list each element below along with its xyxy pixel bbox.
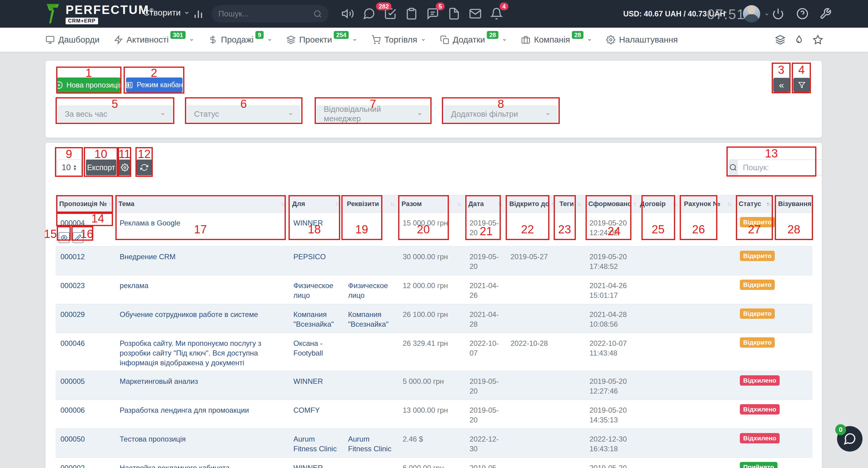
avatar[interactable] (743, 5, 760, 23)
recipient-link[interactable]: PEPSICO (293, 253, 326, 261)
theme-link[interactable]: Обучение сотрудников работе в системе (120, 310, 258, 319)
theme-link[interactable]: Настройка рекламного кабинета. (120, 464, 232, 468)
volume-icon[interactable] (341, 7, 354, 20)
nav-item-trade[interactable]: Торгівля (371, 35, 426, 45)
comments-icon[interactable]: 5 (426, 7, 439, 20)
theme-link[interactable]: Внедрение CRM (120, 253, 176, 261)
nav-item-settings[interactable]: Налаштування (606, 35, 678, 45)
flame-icon[interactable] (794, 35, 804, 45)
recipient-link[interactable]: WINNER (293, 464, 323, 468)
star-icon[interactable] (813, 35, 823, 45)
requisites-link[interactable]: Компания "Всезнайка" (348, 310, 389, 328)
recipient-link[interactable]: WINNER (293, 219, 323, 227)
stack-icon[interactable] (775, 35, 785, 45)
chat-widget[interactable]: 0 (837, 426, 863, 451)
proposal-number-link[interactable]: 000050 (60, 435, 85, 443)
tasks-badge: 282 (376, 2, 392, 10)
manager-filter-select[interactable]: Відповідальний менеджер (317, 106, 429, 122)
recipient-link[interactable]: WINNER (293, 377, 323, 385)
theme-link[interactable]: Маркетинговый анализ (120, 377, 198, 385)
recipient-link[interactable]: Физическое лицо (293, 282, 333, 299)
nav-item-activities[interactable]: Активності 301 (114, 35, 194, 45)
column-header-3[interactable]: Для↑↓ (288, 196, 343, 212)
column-header-11[interactable]: Рахунок №↑↓ (680, 196, 735, 212)
gear-icon (606, 35, 615, 45)
view-proposal-button[interactable] (59, 232, 69, 243)
notifications-bell-icon[interactable]: 4 (490, 7, 503, 20)
proposal-number-link[interactable]: 000006 (60, 406, 85, 414)
table-settings-button[interactable] (119, 159, 131, 175)
nav-item-company[interactable]: Компанія 28 (521, 35, 592, 45)
mail-icon[interactable] (469, 7, 482, 20)
chevron-down-icon (587, 37, 592, 42)
tasks-icon[interactable]: 282 (384, 7, 397, 20)
chat-badge: 0 (835, 424, 846, 435)
refresh-icon (140, 164, 148, 171)
theme-link[interactable]: Розробка сайту. Ми пропонуємо послугу з … (120, 339, 261, 367)
column-header-1[interactable]: Пропозиція №↑↓ (56, 196, 115, 212)
wrench-icon[interactable] (819, 8, 832, 20)
proposal-number-link[interactable]: 000002 (60, 464, 85, 468)
edit-proposal-button[interactable] (72, 232, 84, 243)
table-header-row: Пропозиція №↑↓Тема↑↓Для↑↓Реквізити↑↓Разо… (56, 195, 812, 213)
proposal-number-link[interactable]: 000004 (60, 219, 85, 227)
proposal-number-link[interactable]: 000046 (60, 339, 85, 347)
column-header-2[interactable]: Тема↑↓ (115, 196, 288, 212)
column-header-4[interactable]: Реквізити↑↓ (343, 196, 398, 212)
recipient-link[interactable]: COMFY (293, 406, 320, 414)
requisites-link[interactable]: Aurum Fitness Clinic (348, 435, 392, 453)
recipient-link[interactable]: Aurum Fitness Clinic (293, 435, 337, 453)
requisites-link[interactable]: Физическое лицо (348, 282, 388, 299)
table-row: 000006Разработка лендинга для промоакции… (56, 400, 812, 429)
column-header-8[interactable]: Теги↑↓ (556, 196, 585, 212)
filter-funnel-button[interactable] (793, 78, 810, 92)
new-proposal-button[interactable]: Нова пропозиція (57, 78, 121, 92)
theme-link[interactable]: Разработка лендинга для промоакции (120, 406, 249, 414)
column-header-5[interactable]: Разом↑↓ (398, 196, 465, 212)
chat-bubble-icon[interactable] (363, 7, 375, 20)
clipboard-icon[interactable] (405, 7, 418, 20)
kanban-mode-button[interactable]: Режим канбан (126, 78, 183, 92)
refresh-button[interactable] (137, 159, 152, 175)
chevron-down-icon (189, 37, 194, 42)
column-header-6[interactable]: Дата↑↓ (465, 196, 506, 212)
recipient-link[interactable]: Компания "Всезнайка" (293, 310, 334, 328)
proposal-number-link[interactable]: 000012 (60, 253, 85, 261)
column-header-9[interactable]: Сформовано↑↓ (585, 196, 636, 212)
sort-arrows-icon: ↑↓ (551, 201, 555, 207)
proposal-number-link[interactable]: 000029 (60, 310, 85, 319)
theme-link[interactable]: реклама (120, 282, 149, 290)
theme-link[interactable]: Тестова пропозиція (120, 435, 186, 443)
theme-link[interactable]: Реклама в Google (120, 219, 180, 227)
proposal-number-link[interactable]: 000005 (60, 377, 85, 385)
column-header-12[interactable]: Статус↑↓ (735, 196, 774, 212)
extra-filters-select[interactable]: Додаткові фільтри (444, 106, 558, 122)
logout-power-icon[interactable] (772, 8, 784, 20)
brand-logo-icon (45, 3, 61, 24)
status-filter-select[interactable]: Статус (187, 106, 300, 122)
period-filter-select[interactable]: За весь час (58, 106, 173, 122)
column-header-7[interactable]: Відкрито до↑↓ (506, 196, 556, 212)
nav-item-sales[interactable]: Продажі 9 (208, 35, 272, 45)
help-icon[interactable] (796, 8, 808, 20)
status-badge: Відкрито (740, 309, 775, 319)
bar-chart-icon[interactable] (192, 7, 205, 20)
brand[interactable]: PERFECTUM® CRM+ERP (45, 3, 153, 24)
plus-circle-icon (55, 81, 63, 89)
page-size-select[interactable]: 10 ▲▼ (57, 159, 82, 175)
column-header-13[interactable]: Візування↑↓ (774, 196, 812, 212)
table-search-input[interactable] (737, 159, 822, 175)
proposal-number-link[interactable]: 000023 (60, 282, 85, 290)
document-icon[interactable] (448, 7, 460, 20)
user-menu-chevron-icon[interactable] (764, 11, 770, 17)
nav-item-dashboards[interactable]: Дашборди (45, 35, 100, 45)
nav-item-addons[interactable]: Додатки 28 (440, 35, 507, 45)
chevron-down-icon (545, 111, 551, 117)
create-button[interactable]: Створити (143, 8, 190, 18)
recipient-link[interactable]: Оксана - Footyball (293, 339, 323, 357)
export-button[interactable]: Експорт (86, 159, 116, 175)
collapse-filters-button[interactable]: « (773, 78, 789, 92)
global-search-input[interactable]: Пошук... (212, 5, 329, 23)
nav-item-projects[interactable]: Проекти 254 (286, 35, 357, 45)
column-header-10[interactable]: Договір↑↓ (636, 196, 680, 212)
